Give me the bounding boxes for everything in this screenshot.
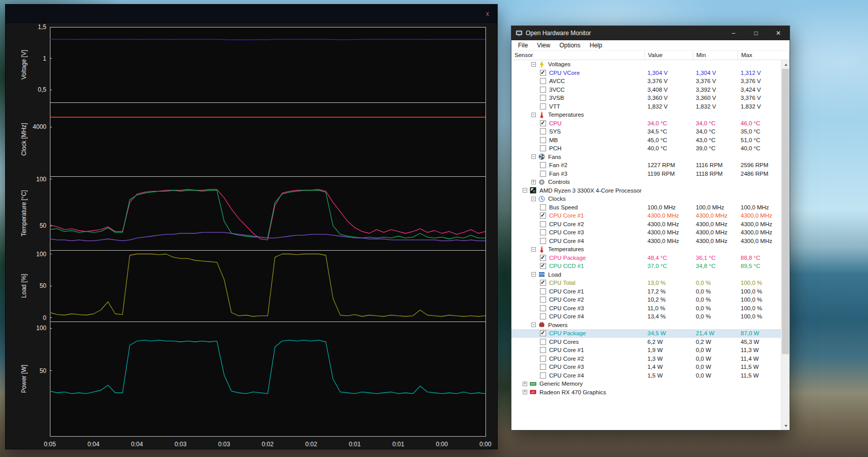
sensor-group-row[interactable]: −Powers (511, 321, 781, 330)
plot-checkbox[interactable] (540, 356, 546, 362)
sensor-row[interactable]: CPU Package34,5 W21,4 W87,0 W (511, 329, 781, 338)
sensor-row[interactable]: Fan #21227 RPM1116 RPM2596 RPM (511, 161, 781, 170)
sensor-row[interactable]: CPU Core #41,5 W0,0 W11,5 W (511, 371, 781, 380)
hardware-row[interactable]: +Generic Memory (511, 380, 781, 388)
vertical-scrollbar[interactable] (781, 60, 790, 430)
collapse-icon[interactable]: − (531, 322, 536, 327)
expand-icon[interactable]: + (531, 180, 536, 184)
plot-checkbox[interactable] (540, 229, 546, 235)
sensor-row[interactable]: CPU34,0 °C34,0 °C46,0 °C (511, 119, 781, 128)
plot-checkbox[interactable] (540, 372, 546, 379)
sensor-row[interactable]: VTT1,832 V1,832 V1,832 V (511, 102, 781, 111)
expand-icon[interactable]: + (523, 390, 527, 394)
plot-checkbox[interactable] (540, 87, 546, 93)
plot-checkbox[interactable] (540, 288, 546, 294)
sensor-row[interactable]: CPU Core #117,2 %0,0 %100,0 % (511, 287, 781, 296)
plot-checkbox[interactable] (540, 263, 546, 269)
sensor-row[interactable]: CPU Total13,0 %0,0 %100,0 % (511, 279, 781, 287)
plot-checkbox[interactable] (540, 313, 546, 319)
sensor-row[interactable]: 3VSB3,360 V3,360 V3,376 V (511, 94, 781, 102)
sensor-row[interactable]: PCH40,0 °C39,0 °C40,0 °C (511, 144, 781, 153)
sensor-row[interactable]: CPU Core #311,0 %0,0 %100,0 % (511, 304, 781, 313)
column-header-max[interactable]: Max (738, 51, 790, 60)
scroll-up-icon[interactable] (781, 60, 790, 69)
scrollbar-thumb[interactable] (782, 69, 789, 354)
plot-checkbox[interactable] (540, 255, 546, 261)
collapse-icon[interactable]: − (531, 247, 536, 252)
column-header-sensor[interactable]: Sensor (511, 51, 645, 60)
plot-checkbox[interactable] (540, 103, 546, 110)
sensor-row[interactable]: CPU Core #14300,0 MHz4300,0 MHz4300,0 MH… (511, 211, 781, 220)
collapse-icon[interactable]: − (531, 197, 536, 201)
plot-checkbox[interactable] (540, 305, 546, 311)
sensor-row[interactable]: 3VCC3,408 V3,392 V3,424 V (511, 86, 781, 94)
sensor-group-row[interactable]: +Controls (511, 178, 781, 186)
sensor-group-row[interactable]: −Temperatures (511, 111, 781, 119)
collapse-icon[interactable]: − (523, 188, 527, 193)
sensor-row[interactable]: AVCC3,376 V3,376 V3,376 V (511, 77, 781, 86)
menu-file[interactable]: File (513, 42, 532, 49)
sensor-label: Temperatures (548, 246, 584, 252)
plot-checkbox[interactable] (540, 171, 546, 177)
plot-checkbox[interactable] (540, 70, 546, 76)
collapse-icon[interactable]: − (531, 154, 536, 159)
column-header-min[interactable]: Min (693, 51, 738, 60)
sensor-row[interactable]: CPU Core #34300,0 MHz4300,0 MHz4300,0 MH… (511, 228, 781, 237)
sensor-row[interactable]: MB45,0 °C43,0 °C51,0 °C (511, 136, 781, 145)
sensor-row[interactable]: CPU Core #21,3 W0,0 W11,4 W (511, 355, 781, 363)
sensor-row[interactable]: CPU Core #31,4 W0,0 W11,5 W (511, 363, 781, 371)
sensor-row[interactable]: CPU VCore1,304 V1,304 V1,312 V (511, 69, 781, 77)
plot-checkbox[interactable] (540, 364, 546, 370)
sensor-group-row[interactable]: −Load (511, 271, 781, 279)
plot-checkbox[interactable] (540, 145, 546, 151)
sensor-row[interactable]: Bus Speed100,0 MHz100,0 MHz100,0 MHz (511, 203, 781, 212)
collapse-icon[interactable]: − (531, 113, 536, 117)
column-header-value[interactable]: Value (645, 51, 693, 60)
sensor-row[interactable]: CPU Package48,4 °C36,1 °C88,8 °C (511, 254, 781, 262)
sensor-group-row[interactable]: −Temperatures (511, 245, 781, 254)
menu-help[interactable]: Help (585, 42, 607, 49)
sensor-row[interactable]: CPU Cores6,2 W0,2 W45,3 W (511, 338, 781, 346)
plot-checkbox[interactable] (540, 238, 546, 244)
plot-checkbox[interactable] (540, 221, 546, 227)
plot-checkbox[interactable] (540, 162, 546, 168)
sensor-row[interactable]: CPU Core #24300,0 MHz4300,0 MHz4300,0 MH… (511, 220, 781, 229)
menu-options[interactable]: Options (555, 42, 585, 49)
close-button[interactable]: ✕ (767, 26, 790, 40)
plot-checkbox[interactable] (540, 204, 546, 210)
hardware-row[interactable]: −AMD Ryzen 3 3300X 4-Core Processor (511, 186, 781, 195)
sensor-group-row[interactable]: −Fans (511, 153, 781, 162)
hardware-row[interactable]: +ATIRadeon RX 470 Graphics (511, 388, 781, 397)
plot-checkbox[interactable] (540, 347, 546, 353)
plot-checkbox[interactable] (540, 297, 546, 303)
scroll-down-icon[interactable] (781, 421, 790, 430)
collapse-icon[interactable]: − (531, 62, 536, 67)
sensor-row[interactable]: SYS34,5 °C34,0 °C35,0 °C (511, 127, 781, 136)
plot-titlebar[interactable]: x (6, 5, 497, 23)
plot-checkbox[interactable] (540, 212, 546, 219)
sensor-row[interactable]: CPU Core #44300,0 MHz4300,0 MHz4300,0 MH… (511, 237, 781, 246)
maximize-button[interactable]: □ (745, 26, 767, 40)
sensor-row[interactable]: CPU Core #210,2 %0,0 %100,0 % (511, 295, 781, 304)
plot-checkbox[interactable] (540, 280, 546, 286)
plot-checkbox[interactable] (540, 339, 546, 345)
sensor-row[interactable]: Fan #31199 RPM1118 RPM2486 RPM (511, 170, 781, 178)
close-icon[interactable]: x (486, 11, 489, 17)
collapse-icon[interactable]: − (531, 272, 536, 277)
sensor-row[interactable]: CPU Core #413,4 %0,0 %100,0 % (511, 312, 781, 321)
plot-checkbox[interactable] (540, 120, 546, 126)
menu-view[interactable]: View (532, 42, 555, 49)
sensor-group-row[interactable]: −Clocks (511, 195, 781, 203)
sensor-row[interactable]: CPU CCD #137,0 °C34,8 °C89,5 °C (511, 262, 781, 271)
sensor-group-row[interactable]: −Voltages (511, 60, 781, 69)
ohm-titlebar[interactable]: Open Hardware Monitor – □ ✕ (511, 26, 790, 40)
expand-icon[interactable]: + (523, 382, 527, 386)
x-tick-label: 0:05 (44, 441, 56, 448)
plot-checkbox[interactable] (540, 128, 546, 135)
plot-checkbox[interactable] (540, 78, 546, 84)
plot-checkbox[interactable] (540, 330, 546, 336)
plot-checkbox[interactable] (540, 137, 546, 143)
minimize-button[interactable]: – (722, 26, 745, 40)
sensor-row[interactable]: CPU Core #11,9 W0,0 W11,3 W (511, 346, 781, 355)
plot-checkbox[interactable] (540, 95, 546, 101)
